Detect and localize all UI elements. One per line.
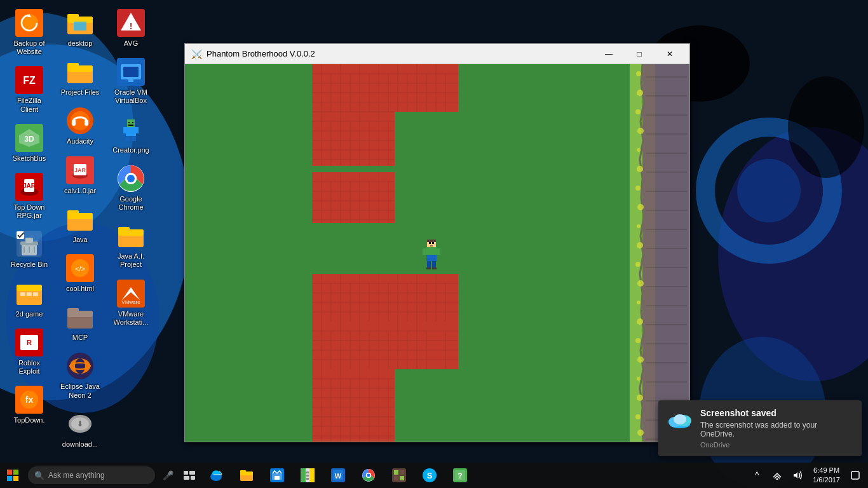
svg-rect-44: [77, 30, 83, 32]
svg-point-256: [637, 318, 643, 325]
svg-rect-297: [394, 476, 398, 480]
search-input[interactable]: [48, 471, 144, 480]
start-button[interactable]: [0, 463, 25, 488]
desktop-icon-topdown-rpg[interactable]: JAR Top Down RPG.jar: [5, 169, 53, 222]
desktop-icon-java[interactable]: Java: [56, 201, 104, 247]
svg-point-249: [635, 186, 641, 191]
svg-rect-306: [851, 471, 859, 479]
svg-text:W: W: [335, 472, 342, 480]
svg-point-259: [637, 377, 641, 381]
desktop-icon-desktop[interactable]: desktop: [56, 5, 104, 50]
svg-rect-216: [432, 261, 436, 268]
svg-rect-273: [184, 476, 189, 480]
svg-text:!: !: [130, 21, 133, 31]
onedrive-notification[interactable]: Screenshot saved The screenshot was adde…: [658, 400, 862, 456]
svg-point-255: [637, 301, 641, 304]
desktop-icon-avg[interactable]: ! AVG: [107, 5, 155, 50]
desktop-icon-vmware[interactable]: VMware VMware Workstati...: [107, 276, 155, 329]
svg-rect-209: [426, 247, 437, 255]
window-minimize-button[interactable]: —: [594, 44, 623, 64]
svg-rect-58: [67, 210, 79, 215]
taskbar-task-view-button[interactable]: [178, 463, 201, 488]
taskbar-skype[interactable]: S: [414, 463, 445, 488]
avg-icon: !: [116, 8, 146, 38]
taskbar-date: 1/6/2017: [813, 475, 840, 485]
filezilla-label: FileZilla Client: [8, 97, 51, 113]
svg-rect-104: [185, 64, 630, 442]
eclipse-java-label: Eclipse Java Neon 2: [58, 383, 102, 399]
svg-point-260: [637, 395, 643, 401]
desktop-icon-cool-html[interactable]: </> cool.html: [56, 250, 104, 295]
notification-source: OneDrive: [700, 441, 853, 449]
desktop-icon-roblox-exploit[interactable]: R Roblox Exploit: [5, 325, 53, 378]
desktop-icon-topdown2[interactable]: fx TopDown.: [5, 382, 53, 427]
desktop-icon-audacity[interactable]: Audacity: [56, 103, 104, 148]
desktop-icon-filezilla[interactable]: FZ FileZilla Client: [5, 62, 53, 116]
svg-rect-219: [423, 248, 426, 255]
window-close-button[interactable]: ✕: [655, 44, 684, 64]
taskbar-voice-button[interactable]: 🎤: [158, 465, 178, 485]
svg-rect-77: [123, 67, 139, 77]
taskbar-word[interactable]: W: [323, 463, 353, 488]
svg-rect-296: [400, 470, 404, 475]
topdown-rpg-icon: JAR: [14, 172, 44, 202]
taskbar-edge[interactable]: [201, 463, 231, 488]
java-ai-label: Java A.I. Project: [109, 252, 153, 269]
desktop-icon-2d-game[interactable]: 2d game: [5, 276, 53, 321]
desktop-icon-recycle-bin[interactable]: Recycle Bin: [5, 226, 53, 271]
desktop-icon-java-ai[interactable]: Java A.I. Project: [107, 218, 155, 271]
desktop-icon-google-chrome[interactable]: Google Chrome: [107, 161, 155, 214]
window-app-icon: ⚔️: [190, 48, 203, 60]
svg-point-246: [637, 128, 644, 134]
svg-rect-274: [191, 476, 195, 480]
svg-rect-270: [13, 476, 18, 481]
taskbar-volume-icon[interactable]: [787, 463, 808, 488]
desktop-icon-project-files[interactable]: Project Files: [56, 54, 104, 99]
svg-rect-139: [312, 172, 395, 223]
desktop-icon-mcp[interactable]: MCP: [56, 299, 104, 344]
svg-text:⬇: ⬇: [77, 419, 83, 428]
taskbar-winrar[interactable]: [292, 463, 323, 488]
sketchbus-icon: 3D: [14, 123, 44, 153]
calv1jar-label: calv1.0.jar: [64, 187, 96, 195]
svg-rect-215: [427, 261, 431, 268]
taskbar-store[interactable]: [262, 463, 292, 488]
taskbar-file-explorer[interactable]: [231, 463, 262, 488]
desktop-icon-calv1jar[interactable]: JAR calv1.0.jar: [56, 152, 104, 198]
taskbar-apps: W: [201, 463, 744, 488]
desktop-icon-sketchbus[interactable]: 3D SketchBus: [5, 120, 53, 165]
svg-point-258: [637, 356, 644, 363]
window-maximize-button[interactable]: □: [625, 44, 654, 64]
svg-rect-47: [67, 63, 79, 68]
svg-text:VMware: VMware: [121, 299, 140, 305]
taskbar-minecraft[interactable]: [384, 463, 414, 488]
search-icon: 🔍: [34, 471, 44, 480]
desktop-icon-backup-website[interactable]: Backup of Website: [5, 5, 53, 58]
taskbar-chevron-icon[interactable]: ^: [747, 463, 767, 488]
desktop-icon-oracle-vm[interactable]: Oracle VM VirtualBox: [107, 54, 155, 107]
svg-rect-84: [126, 136, 130, 141]
svg-rect-192: [312, 369, 395, 442]
taskbar-chrome[interactable]: [353, 463, 384, 488]
window-title-text: Phantom Brotherhood V.0.0.2: [207, 49, 594, 58]
audacity-icon: [65, 105, 95, 136]
desktop-icon-creator-png[interactable]: Creator.png: [107, 112, 155, 157]
svg-rect-43: [74, 22, 86, 30]
svg-text:JAR: JAR: [23, 182, 36, 189]
taskbar-notification-button[interactable]: [845, 463, 865, 488]
svg-point-293: [367, 474, 370, 477]
desktop-icon-eclipse-java[interactable]: Eclipse Java Neon 2: [56, 348, 104, 402]
taskbar-search-bar[interactable]: 🔍: [28, 466, 155, 484]
desktop-folder-icon: [65, 8, 95, 38]
taskbar-clock[interactable]: 6:49 PM 1/6/2017: [808, 463, 845, 488]
desktop-icon-download[interactable]: ⬇ download...: [56, 406, 104, 451]
creator-png-icon: [116, 114, 146, 145]
svg-point-261: [635, 414, 641, 419]
svg-point-252: [637, 242, 643, 248]
taskbar-app9[interactable]: ?: [445, 463, 475, 488]
svg-rect-286: [306, 475, 309, 477]
desktop: Backup of Website FZ FileZilla Client 3D…: [0, 0, 868, 488]
calv1jar-icon: JAR: [65, 155, 95, 186]
svg-point-257: [635, 338, 641, 343]
taskbar-network-icon[interactable]: [767, 463, 787, 488]
